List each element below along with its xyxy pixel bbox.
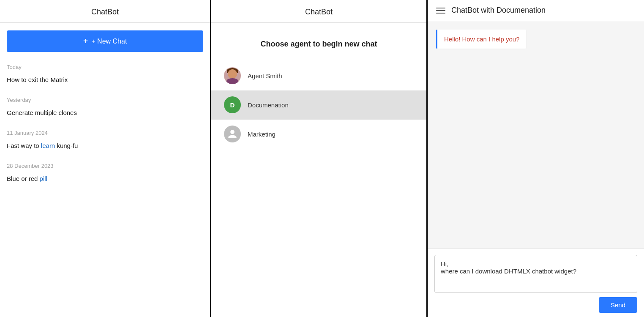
- agent-name-documenation: Documenation: [248, 101, 289, 109]
- agent-list: Agent Smith D Documenation Marketing: [211, 61, 426, 149]
- right-panel-title: ChatBot with Documenation: [451, 6, 546, 15]
- send-button[interactable]: Send: [599, 297, 637, 313]
- person-icon: [227, 129, 237, 139]
- section-today: Today: [0, 56, 210, 73]
- left-panel-title: ChatBot: [0, 0, 210, 23]
- new-chat-label: + New Chat: [91, 38, 127, 45]
- section-jan2024: 11 January 2024: [0, 122, 210, 139]
- chat-area: Hello! How can I help you?: [428, 21, 644, 249]
- agent-name-smith: Agent Smith: [248, 72, 282, 79]
- chat-item-kungfu[interactable]: Fast way to learn kung-fu: [0, 139, 210, 155]
- bot-message: Hello! How can I help you?: [436, 30, 526, 49]
- section-yesterday: Yesterday: [0, 89, 210, 106]
- middle-panel-title: ChatBot: [211, 0, 426, 23]
- input-area: Hi, where can I download DHTMLX chatbot …: [428, 249, 644, 317]
- agent-item-smith[interactable]: Agent Smith: [211, 61, 426, 90]
- chat-item-pill-text: Blue or red pill: [7, 175, 47, 182]
- plus-icon: +: [83, 36, 88, 46]
- hamburger-line-3: [436, 13, 445, 14]
- chat-item-kungfu-text: Fast way to learn kung-fu: [7, 142, 78, 149]
- agent-name-marketing: Marketing: [248, 131, 276, 138]
- chat-item-matrix[interactable]: How to exit the Matrix: [0, 73, 210, 89]
- agent-item-documenation[interactable]: D Documenation: [211, 90, 426, 120]
- agent-avatar-smith: [224, 67, 241, 84]
- new-chat-button[interactable]: + + New Chat: [7, 30, 203, 52]
- send-row: Send: [434, 297, 637, 313]
- hamburger-line-1: [436, 8, 445, 8]
- chat-item-pill[interactable]: Blue or red pill: [0, 172, 210, 188]
- middle-panel: ChatBot Choose agent to begin new chat A…: [211, 0, 428, 317]
- agent-avatar-documenation: D: [224, 96, 241, 113]
- agent-item-marketing[interactable]: Marketing: [211, 120, 426, 149]
- choose-agent-title: Choose agent to begin new chat: [211, 23, 426, 61]
- chat-item-clones[interactable]: Generate multiple clones: [0, 106, 210, 122]
- left-panel: ChatBot + + New Chat Today How to exit t…: [0, 0, 211, 317]
- hamburger-menu-icon[interactable]: [436, 8, 445, 14]
- right-panel: ChatBot with Documenation Hello! How can…: [428, 0, 644, 317]
- section-dec2023: 28 December 2023: [0, 155, 210, 172]
- chat-input[interactable]: Hi, where can I download DHTMLX chatbot …: [434, 255, 637, 293]
- hamburger-line-2: [436, 10, 445, 11]
- agent-avatar-marketing: [224, 126, 241, 142]
- right-header: ChatBot with Documenation: [428, 0, 644, 21]
